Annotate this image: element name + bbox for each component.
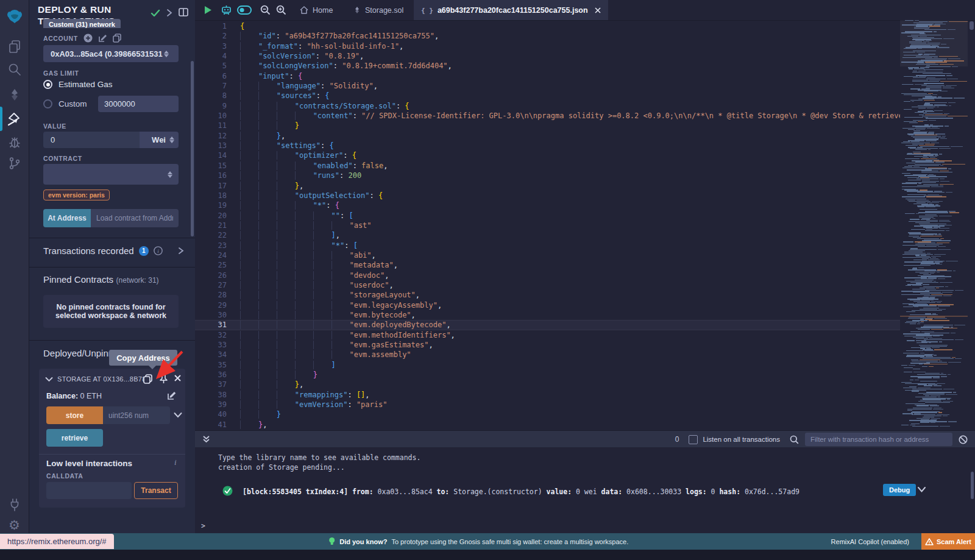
scam-alert-badge[interactable]: Scam Alert [921, 533, 975, 550]
code-line: 8 "sources": { [195, 91, 900, 101]
play-icon[interactable] [200, 0, 216, 20]
remix-logo[interactable] [0, 6, 29, 28]
solidity-compiler-icon[interactable] [0, 84, 29, 106]
tab-a69b43f277ba20fcac141151250ca755-json[interactable]: { }a69b43f277ba20fcac141151250ca755.json [414, 0, 608, 20]
contract-select[interactable] [43, 164, 179, 185]
code-editor[interactable]: 1{2 "id": "a69b43f277ba20fcac141151250ca… [195, 20, 975, 430]
status-bar: Did you know? To prototype using the Gno… [0, 533, 975, 550]
plugin-manager-icon[interactable] [0, 494, 29, 516]
ban-icon[interactable] [959, 435, 968, 444]
terminal-scrollbar[interactable] [971, 472, 974, 499]
code-line: 17 }, [195, 181, 900, 191]
close-icon[interactable] [174, 374, 182, 382]
edit-icon[interactable] [98, 34, 107, 43]
git-icon[interactable] [0, 152, 29, 174]
code-line: 39 "evmVersion": "paris" [195, 400, 900, 409]
robot-icon[interactable] [218, 0, 234, 20]
tab-home[interactable]: Home [292, 0, 340, 20]
code-line: 36 } [195, 370, 900, 380]
contract-instance-name[interactable]: STORAGE AT 0X136...8B78 [57, 375, 146, 383]
tip-bold: Did you know? [339, 538, 387, 545]
editor-scrollbar[interactable] [970, 21, 974, 30]
code-line: 30 "evm.bytecode", [195, 310, 900, 320]
info-icon[interactable]: i [174, 458, 177, 467]
value-label: VALUE [43, 122, 66, 130]
chevron-right-icon[interactable] [166, 9, 173, 17]
retrieve-button[interactable]: retrieve [46, 429, 103, 447]
code-line: 9 "contracts/Storage.sol": { [195, 101, 900, 111]
chevron-down-icon[interactable] [45, 377, 53, 382]
edit-balance-icon[interactable] [167, 391, 177, 400]
file-explorer-icon[interactable] [0, 35, 29, 57]
copy-address-icon[interactable] [143, 374, 153, 385]
panel-layout-icon[interactable] [179, 8, 189, 17]
deploy-run-icon[interactable] [0, 108, 29, 130]
log-segment: 0xa03...85ac4 [374, 487, 437, 496]
search-icon[interactable] [0, 58, 29, 80]
close-tab-icon[interactable] [595, 7, 601, 13]
pinned-empty-card: No pinned contracts found for selected w… [43, 295, 179, 328]
code-line: 16 "runs": 200 [195, 171, 900, 180]
log-segment: Storage.(constructor) [449, 487, 546, 496]
info-icon[interactable]: i [154, 246, 163, 255]
log-segment: [block:5583405 txIndex:4] [243, 487, 348, 496]
copilot-status[interactable]: RemixAI Copilot (enabled) [831, 538, 909, 545]
evm-version-badge: evm version: paris [43, 190, 110, 200]
code-line: 21 "ast" [195, 221, 900, 230]
toggle-icon[interactable] [235, 0, 254, 20]
expand-args-chevron-icon[interactable] [174, 412, 182, 418]
log-expand-chevron-icon[interactable] [917, 486, 926, 493]
store-arg-input[interactable] [103, 406, 170, 424]
zoom-in-icon[interactable] [273, 0, 289, 20]
transaction-log[interactable]: [block:5583405 txIndex:4] from: 0xa03...… [243, 487, 870, 496]
terminal-line: Type the library name to see available c… [218, 453, 420, 462]
code-line: 11 } [195, 121, 900, 130]
search-small-icon[interactable] [790, 435, 799, 444]
panel-scrollbar[interactable] [191, 61, 194, 236]
account-label: ACCOUNT [43, 35, 78, 42]
contract-label: CONTRACT [43, 155, 82, 162]
debugger-icon[interactable] [0, 131, 29, 153]
tx-expand-chevron-icon[interactable] [178, 247, 185, 255]
gas-estimated-radio[interactable]: Estimated Gas [43, 80, 113, 89]
code-line: 15 "enabled": false, [195, 161, 900, 171]
transact-button[interactable]: Transact [134, 482, 178, 499]
divider [29, 340, 195, 341]
value-input[interactable] [43, 132, 140, 148]
debug-button[interactable]: Debug [883, 484, 916, 496]
zoom-out-icon[interactable] [257, 0, 273, 20]
network-badge: Custom (31) network [43, 19, 121, 28]
gas-custom-radio[interactable]: Custom [43, 99, 87, 108]
tab-storage-sol[interactable]: Storage.sol [346, 0, 411, 20]
tab-label: a69b43f277ba20fcac141151250ca755.json [438, 6, 588, 15]
check-icon [150, 9, 161, 17]
code-lines: 1{2 "id": "a69b43f277ba20fcac141151250ca… [195, 21, 900, 430]
at-address-button[interactable]: At Address [43, 209, 91, 227]
code-line: 6 "input": { [195, 71, 900, 81]
bulb-icon [328, 537, 335, 546]
at-address-input[interactable] [91, 209, 179, 227]
pin-icon[interactable] [159, 374, 168, 385]
code-line: 23 "*": [ [195, 241, 900, 250]
listen-checkbox[interactable] [689, 435, 698, 444]
minimap[interactable] [900, 20, 968, 430]
gas-custom-input[interactable] [98, 96, 179, 112]
code-line: 41 }, [195, 420, 900, 430]
code-line: 1{ [195, 21, 900, 31]
calldata-input[interactable] [46, 482, 132, 499]
code-line: 32 "evm.methodIdentifiers", [195, 330, 900, 340]
balance-value: 0 ETH [80, 392, 102, 400]
plus-circle-icon[interactable] [83, 34, 93, 43]
log-segment: 0 [707, 487, 720, 496]
value-unit-select[interactable]: Wei [140, 132, 179, 148]
tx-filter-input[interactable] [805, 433, 952, 446]
solidity-compiler-icon [353, 6, 361, 15]
divider [39, 454, 185, 455]
copy-icon[interactable] [113, 34, 121, 43]
double-chevron-down-icon[interactable] [202, 435, 210, 444]
store-button[interactable]: store [46, 406, 103, 424]
tip-text: To prototype using the Gnosis safe multi… [391, 538, 628, 545]
pinned-contracts-title: Pinned Contracts [43, 274, 113, 285]
account-select[interactable]: 0xA03...85ac4 (0.39866531531 [43, 45, 179, 62]
terminal-output[interactable]: Type the library name to see available c… [195, 447, 975, 533]
